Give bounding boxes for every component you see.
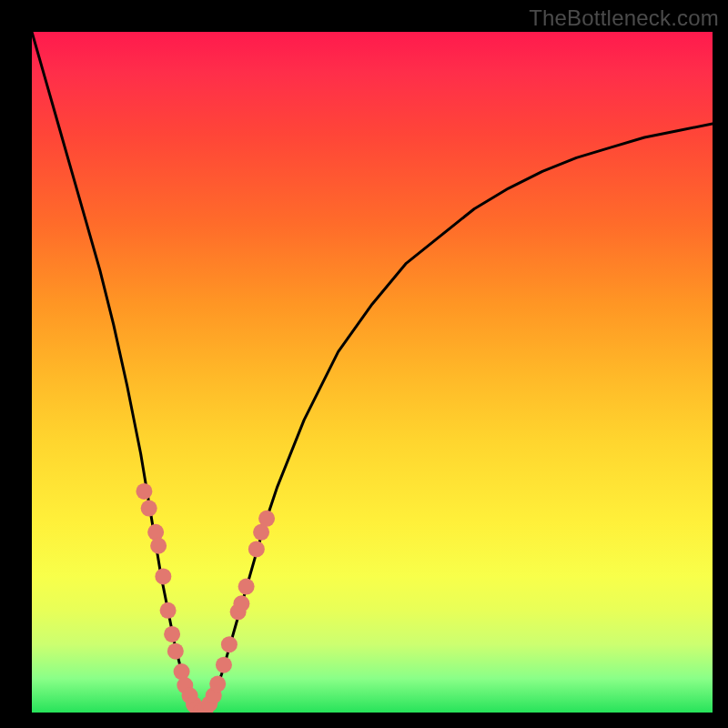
plot-area bbox=[32, 32, 713, 713]
sample-dot bbox=[209, 676, 226, 693]
sample-dot bbox=[248, 541, 265, 557]
sample-dot bbox=[221, 636, 238, 652]
chart-frame: TheBottleneck.com bbox=[0, 0, 728, 728]
sample-dot bbox=[164, 626, 180, 642]
sample-dots bbox=[136, 483, 275, 713]
curve-path bbox=[32, 32, 713, 712]
sample-dot bbox=[258, 511, 275, 527]
sample-dot bbox=[147, 524, 164, 541]
sample-dot bbox=[150, 538, 167, 554]
watermark-label: TheBottleneck.com bbox=[529, 5, 719, 31]
sample-dot bbox=[155, 568, 171, 584]
sample-dot bbox=[233, 595, 249, 612]
bottleneck-curve bbox=[32, 32, 713, 712]
sample-dot bbox=[174, 663, 190, 680]
sample-dot bbox=[160, 602, 177, 619]
sample-dot bbox=[141, 500, 157, 517]
sample-dot bbox=[238, 579, 255, 595]
sample-dot bbox=[167, 643, 184, 660]
sample-dot bbox=[216, 657, 232, 673]
curve-svg bbox=[32, 32, 713, 713]
sample-dot bbox=[136, 483, 152, 500]
